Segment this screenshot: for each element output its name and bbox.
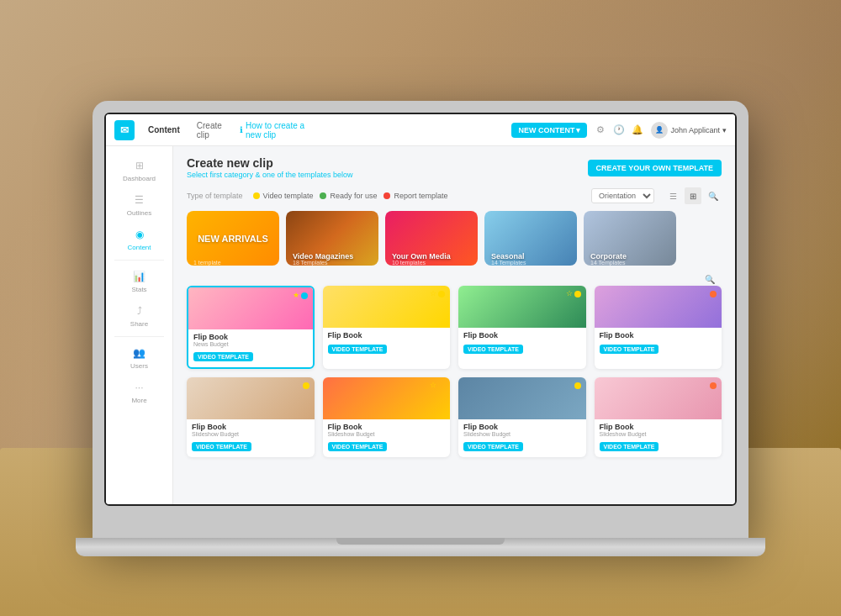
template-star-3: ☆	[566, 289, 573, 297]
template-subname-8: Slideshow Budget	[600, 431, 717, 437]
type-report-template[interactable]: Report template	[383, 192, 447, 200]
template-thumb-1: ★	[188, 287, 313, 329]
video-template-btn-2[interactable]: VIDEO TEMPLATE	[328, 345, 388, 354]
new-content-button[interactable]: NEW CONTENT ▾	[511, 123, 587, 138]
list-view-toggle[interactable]: ☰	[664, 187, 681, 204]
search-icon[interactable]: 🔍	[705, 275, 715, 284]
sidebar-item-more[interactable]: ··· More	[106, 375, 172, 409]
share-icon: ⤴	[132, 303, 147, 319]
category-card-your-own[interactable]: Your Own Media 10 templates	[385, 211, 478, 266]
sidebar-item-stats[interactable]: 📊 Stats	[106, 264, 172, 298]
template-type-bar: Type of template Video template Ready fo…	[187, 187, 722, 204]
orientation-select[interactable]: Orientation Portrait Landscape	[591, 188, 654, 203]
sidebar-label-share: Share	[130, 320, 148, 328]
sidebar-item-outlines[interactable]: ☰ Outlines	[106, 187, 172, 222]
category-sublabel-new-arrivals: 1 template	[193, 260, 221, 266]
sidebar: ⊞ Dashboard ☰ Outlines ◉ Content	[106, 146, 173, 504]
content-area: Create new clip Select first category & …	[173, 146, 735, 504]
template-star-1: ★	[293, 291, 299, 299]
nav-tab-create-clip[interactable]: Create clip	[190, 118, 236, 143]
sidebar-label-users: Users	[130, 362, 148, 370]
template-dot-4	[710, 291, 717, 297]
avatar: 👤	[651, 122, 668, 139]
template-card-8[interactable]: Flip Book Slideshow Budget VIDEO TEMPLAT…	[595, 377, 722, 457]
video-template-btn-3[interactable]: VIDEO TEMPLATE	[463, 345, 523, 354]
sidebar-item-dashboard[interactable]: ⊞ Dashboard	[106, 153, 172, 187]
grid-view-toggle[interactable]: ⊞	[685, 187, 701, 204]
category-card-new-arrivals[interactable]: NEW ARRIVALS 1 template	[187, 211, 279, 266]
app-logo: ✉	[114, 120, 135, 140]
video-template-btn-4[interactable]: VIDEO TEMPLATE	[600, 345, 659, 354]
template-card-5[interactable]: Flip Book Slideshow Budget VIDEO TEMPLAT…	[187, 377, 315, 457]
nav-tabs: Content Create clip ℹ How to create a ne…	[141, 118, 320, 143]
template-card-2[interactable]: ☆ Flip Book VIDEO TEMPLATE	[323, 286, 451, 369]
template-dot-8	[710, 382, 717, 389]
create-template-button[interactable]: CREATE YOUR OWN TEMPLATE	[588, 160, 722, 176]
sidebar-label-content: Content	[127, 244, 151, 251]
page-title: Create new clip	[187, 156, 353, 170]
view-toggles: ☰ ⊞ 🔍	[664, 187, 722, 204]
settings-icon[interactable]: ⚙	[594, 124, 607, 137]
type-video-template[interactable]: Video template	[253, 192, 314, 200]
category-card-seasonal[interactable]: Seasonal 14 Templates	[484, 211, 577, 266]
template-name-2: Flip Book	[328, 331, 446, 340]
user-profile[interactable]: 👤 John Applicant ▾	[651, 122, 727, 139]
category-sublabel-video: 18 Templates	[293, 260, 328, 266]
video-template-btn-7[interactable]: VIDEO TEMPLATE	[463, 442, 523, 451]
top-navbar: ✉ Content Create clip ℹ How to create a …	[106, 114, 735, 146]
template-info-8: Flip Book Slideshow Budget VIDEO TEMPLAT…	[595, 419, 722, 457]
sidebar-label-stats: Stats	[131, 286, 146, 293]
template-thumb-7	[458, 377, 586, 419]
search-view-toggle[interactable]: 🔍	[705, 187, 722, 204]
nav-tab-how-to[interactable]: ℹ How to create a new clip	[240, 121, 320, 140]
template-dot-7	[574, 382, 581, 389]
clock-icon[interactable]: 🕐	[612, 124, 626, 137]
sidebar-item-content[interactable]: ◉ Content	[106, 222, 172, 256]
app-container: ✉ Content Create clip ℹ How to create a …	[106, 114, 735, 504]
template-card-7[interactable]: Flip Book Slideshow Budget VIDEO TEMPLAT…	[458, 377, 586, 457]
category-card-video-magazines[interactable]: Video Magazines 18 Templates	[286, 211, 378, 266]
nav-tab-content[interactable]: Content	[141, 122, 187, 138]
category-card-corporate[interactable]: Corporate 14 Templates	[584, 211, 676, 266]
template-name-7: Flip Book	[463, 423, 581, 431]
category-sublabel-seasonal: 14 Templates	[491, 260, 526, 266]
template-dot-2	[438, 291, 445, 297]
template-info-4: Flip Book VIDEO TEMPLATE	[595, 328, 722, 360]
users-icon: 👥	[132, 345, 147, 361]
category-grid: NEW ARRIVALS 1 template Video Magazines …	[187, 211, 722, 266]
template-thumb-3: ☆	[458, 286, 586, 328]
template-card-6[interactable]: ☆ Flip Book Slideshow Budget VIDEO TEMPL…	[323, 377, 451, 457]
stats-icon: 📊	[132, 269, 147, 284]
template-card-3[interactable]: ☆ Flip Book VIDEO TEMPLATE	[458, 286, 586, 369]
template-dot-1	[301, 292, 308, 299]
video-template-btn-6[interactable]: VIDEO TEMPLATE	[328, 442, 388, 451]
template-subname-6: Slideshow Budget	[328, 431, 446, 437]
template-thumb-6: ☆	[323, 377, 451, 419]
template-name-5: Flip Book	[192, 423, 309, 431]
template-card-1[interactable]: ★ Flip Book News Budget VIDEO TEMPLATE	[187, 286, 315, 369]
template-grid-row1: ★ Flip Book News Budget VIDEO TEMPLATE	[187, 286, 722, 369]
template-name-4: Flip Book	[600, 331, 717, 340]
outlines-icon: ☰	[132, 192, 147, 208]
sidebar-item-users[interactable]: 👥 Users	[106, 340, 172, 375]
type-ready-for-use[interactable]: Ready for use	[320, 192, 377, 200]
template-card-4[interactable]: Flip Book VIDEO TEMPLATE	[595, 286, 722, 369]
dot-red-icon	[383, 192, 390, 199]
notification-icon[interactable]: 🔔	[631, 124, 644, 137]
template-info-7: Flip Book Slideshow Budget VIDEO TEMPLAT…	[458, 419, 586, 457]
template-thumb-8	[595, 377, 722, 419]
template-thumb-4	[595, 286, 722, 328]
video-template-btn-1[interactable]: VIDEO TEMPLATE	[193, 352, 253, 361]
template-dot-3	[574, 291, 581, 297]
category-thumb-new-arrivals: NEW ARRIVALS	[187, 211, 279, 266]
video-template-btn-5[interactable]: VIDEO TEMPLATE	[192, 442, 251, 451]
template-info-6: Flip Book Slideshow Budget VIDEO TEMPLAT…	[323, 419, 451, 457]
more-icon: ···	[132, 380, 147, 395]
video-template-btn-8[interactable]: VIDEO TEMPLATE	[600, 442, 659, 451]
template-dot-5	[303, 382, 309, 389]
page-subtitle: Select first category & one of the templ…	[187, 171, 353, 179]
sidebar-item-share[interactable]: ⤴ Share	[106, 298, 172, 333]
template-thumb-5	[187, 377, 315, 419]
sidebar-label-outlines: Outlines	[127, 209, 151, 217]
sidebar-label-more: More	[131, 397, 146, 404]
